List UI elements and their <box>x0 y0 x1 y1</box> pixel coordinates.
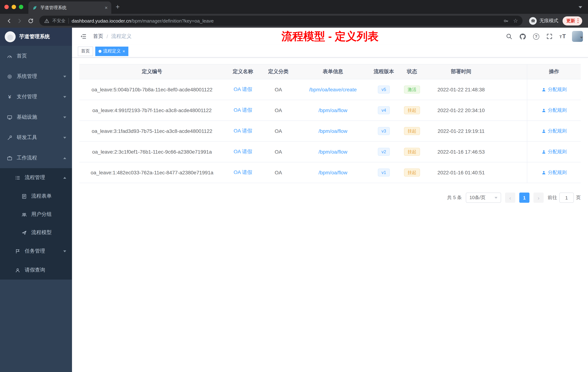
status-badge: 激活 <box>404 86 420 94</box>
new-tab-button[interactable]: + <box>116 3 120 11</box>
tag-process-definition[interactable]: 流程定义 × <box>95 46 128 56</box>
forward-button[interactable] <box>15 16 25 26</box>
definition-category: OA <box>261 79 296 100</box>
bookmark-star-icon[interactable]: ☆ <box>513 17 518 24</box>
deploy-time: 2022-01-22 20:34:10 <box>427 100 496 120</box>
avatar[interactable] <box>572 31 583 42</box>
dashboard-icon <box>7 53 13 59</box>
version-badge: v3 <box>378 127 390 135</box>
address-bar[interactable]: 不安全 dashboard.yudao.iocoder.cn/bpm/manag… <box>39 16 523 26</box>
breadcrumb: 首页 / 流程定义 <box>93 33 132 40</box>
chevron-down-icon <box>63 76 66 77</box>
browser-update-button[interactable]: 更新 <box>563 16 582 25</box>
form-link[interactable]: /bpm/oa/flow <box>319 107 347 113</box>
sidebar-item-user-group[interactable]: 用户分组 <box>0 205 72 223</box>
tab-close-icon[interactable]: × <box>105 5 108 11</box>
sidebar-item-label: 支付管理 <box>17 94 37 100</box>
table-filler <box>496 100 527 120</box>
browser-tab[interactable]: 芋道管理系统 × <box>28 1 111 14</box>
column-header: 流程版本 <box>370 65 398 79</box>
assign-rule-button[interactable]: 分配规则 <box>541 128 567 134</box>
version-badge: v1 <box>378 169 390 176</box>
version-badge: v4 <box>378 106 390 114</box>
definition-id: oa_leave:5:004b710b-7b8a-11ec-8ef0-acde4… <box>79 79 225 100</box>
definition-id: oa_leave:2:3c1f0ef1-76b1-11ec-9c66-a2380… <box>79 142 225 162</box>
screenshot-root: 芋道管理系统 × + 不安全 dashboard.yudao.iocoder.c… <box>0 0 588 372</box>
key-icon[interactable] <box>503 18 509 23</box>
tag-home[interactable]: 首页 <box>78 46 93 56</box>
sidebar-collapse-icon[interactable] <box>77 30 89 43</box>
sidebar-item-label: 研发工具 <box>17 134 37 141</box>
deploy-time: 2022-01-16 17:46:53 <box>427 142 496 162</box>
incognito-badge: 无痕模式 <box>529 17 558 25</box>
sidebar-item-home[interactable]: 首页 <box>0 46 72 66</box>
table-filler <box>496 162 527 183</box>
form-link[interactable]: /bpm/oa/leave/create <box>309 87 357 92</box>
sidebar-logo[interactable]: 芋道管理系统 <box>0 28 72 46</box>
tags-view-bar: 首页 流程定义 × <box>72 45 588 57</box>
form-link[interactable]: /bpm/oa/flow <box>319 170 347 175</box>
sidebar-item-label: 流程管理 <box>25 174 45 181</box>
incognito-label: 无痕模式 <box>539 17 558 24</box>
status-badge: 挂起 <box>404 127 420 135</box>
pagination: 共 5 条 10条/页 ‹ 1 › 前往 页 <box>79 193 581 203</box>
definition-name-link[interactable]: OA 请假 <box>234 107 252 114</box>
deploy-time: 2022-01-16 01:40:51 <box>427 162 496 183</box>
tab-search-chevron-icon[interactable] <box>578 6 582 8</box>
next-page-button[interactable]: › <box>534 193 544 203</box>
definition-id: oa_leave:4:991f2193-7b7f-11ec-a3c8-acde4… <box>79 100 225 120</box>
page-number-button[interactable]: 1 <box>519 193 529 203</box>
main-area: 首页 / 流程定义 流程模型 - 定义列表 ? <box>72 28 588 372</box>
update-label: 更新 <box>566 18 575 24</box>
sidebar-item-payment[interactable]: ¥ 支付管理 <box>0 87 72 107</box>
back-button[interactable] <box>4 16 14 26</box>
search-icon[interactable] <box>506 33 513 40</box>
chevron-down-icon <box>63 96 66 98</box>
reload-button[interactable] <box>25 16 36 26</box>
sidebar-item-process-management[interactable]: 流程管理 <box>0 168 72 187</box>
sidebar-item-leave-query[interactable]: 请假查询 <box>0 261 72 280</box>
font-size-icon[interactable]: TT <box>559 33 566 40</box>
form-link[interactable]: /bpm/oa/flow <box>319 149 347 155</box>
window-close-button[interactable] <box>4 5 9 9</box>
assign-rule-button[interactable]: 分配规则 <box>541 169 567 176</box>
sidebar-item-dev-tools[interactable]: 研发工具 <box>0 127 72 148</box>
github-icon[interactable] <box>519 33 526 40</box>
definition-name-link[interactable]: OA 请假 <box>234 149 252 155</box>
page-content: 定义编号 定义名称 定义分类 表单信息 流程版本 状态 部署时间 操作 oa_l… <box>72 57 588 372</box>
sidebar-item-task-management[interactable]: 任务管理 <box>0 242 72 261</box>
sidebar-item-process-form[interactable]: 流程表单 <box>0 187 72 205</box>
status-badge: 挂起 <box>404 148 420 156</box>
help-icon[interactable]: ? <box>533 33 540 40</box>
browser-menu-icon[interactable] <box>578 18 578 23</box>
breadcrumb-home[interactable]: 首页 <box>93 33 103 40</box>
definition-name-link[interactable]: OA 请假 <box>234 86 252 93</box>
status-badge: 挂起 <box>404 106 420 114</box>
goto-page-input[interactable] <box>559 193 574 203</box>
breadcrumb-current: 流程定义 <box>111 33 132 40</box>
form-link[interactable]: /bpm/oa/flow <box>319 128 347 134</box>
sidebar-item-workflow[interactable]: 工作流程 <box>0 148 72 168</box>
window-minimize-button[interactable] <box>12 5 16 9</box>
table-filler <box>496 79 527 100</box>
prev-page-button[interactable]: ‹ <box>505 193 515 203</box>
definition-name-link[interactable]: OA 请假 <box>234 128 252 134</box>
tag-close-icon[interactable]: × <box>123 49 125 54</box>
user-menu[interactable] <box>572 31 583 42</box>
chevron-down-icon <box>63 116 66 118</box>
url-text: dashboard.yudao.iocoder.cn/bpm/manager/d… <box>72 18 214 23</box>
page-size-select[interactable]: 10条/页 <box>466 193 501 203</box>
assign-rule-button[interactable]: 分配规则 <box>541 149 567 155</box>
definition-name-link[interactable]: OA 请假 <box>234 169 252 176</box>
sidebar-item-infrastructure[interactable]: 基础设施 <box>0 107 72 127</box>
sidebar-item-process-model[interactable]: 流程模型 <box>0 223 72 242</box>
logo-title: 芋道管理系统 <box>19 33 50 40</box>
table-filler <box>496 121 527 141</box>
sidebar-item-system[interactable]: 系统管理 <box>0 66 72 87</box>
window-zoom-button[interactable] <box>19 5 23 9</box>
fullscreen-icon[interactable] <box>546 33 553 40</box>
column-header: 表单信息 <box>296 65 370 79</box>
page-annotation: 流程模型 - 定义列表 <box>282 29 378 44</box>
assign-rule-button[interactable]: 分配规则 <box>541 86 567 93</box>
assign-rule-button[interactable]: 分配规则 <box>541 107 567 114</box>
